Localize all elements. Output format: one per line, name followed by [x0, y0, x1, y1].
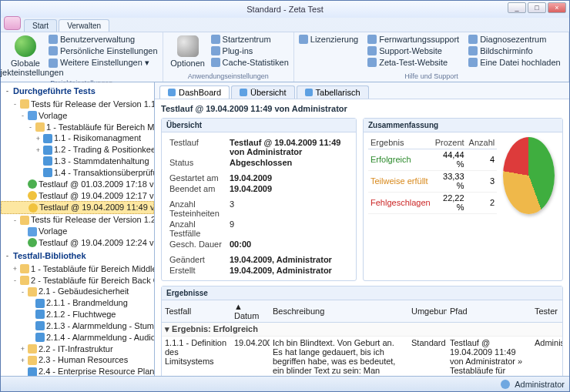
tree-node-label: Testlauf @ 19.04.2009 11:49 von Administ…	[39, 202, 154, 213]
minimize-button[interactable]: _	[508, 2, 526, 13]
tree-node[interactable]: Testlauf @ 19.04.2009 12:17 von Administ…	[1, 190, 154, 202]
expand-toggle-icon[interactable]: -	[4, 251, 11, 260]
results-card: Ergebnisse Testfall▲ DatumBeschreibungUm…	[161, 286, 563, 376]
tree-node-label: Testlauf @ 19.04.2009 12:24 von Administ…	[39, 237, 154, 249]
expand-toggle-icon[interactable]: -	[19, 111, 26, 120]
app-menu-orb[interactable]	[4, 16, 21, 30]
tree-group-header[interactable]: -Testfall-Bibliothek	[1, 249, 154, 263]
overview-label: Status	[166, 157, 226, 168]
tree-node[interactable]: 2.1.2 - Fluchtwege	[1, 309, 154, 320]
main-tab-tabellarisch[interactable]: Tabellarisch	[297, 85, 369, 99]
tree-node[interactable]: +1.1 - Risikomanagment	[1, 132, 154, 144]
screen-info-button[interactable]: Bildschirminfo	[467, 45, 562, 56]
run-g-icon	[28, 238, 37, 247]
expand-toggle-icon[interactable]: -	[12, 276, 18, 285]
remote-support-button[interactable]: Fernwartungssupport	[366, 34, 461, 45]
summary-count: 2	[467, 192, 498, 213]
tree-node[interactable]: +1.2 - Trading & Positionkeeping	[1, 144, 154, 156]
plugins-button[interactable]: Plug-ins	[210, 45, 290, 56]
tree-node-label: 2.1.3 - Alarmmeldung - Stumm	[46, 320, 154, 332]
options-button[interactable]: Optionen	[166, 34, 210, 72]
start-center-button[interactable]: Startzentrum	[210, 34, 290, 45]
diagnose-icon	[468, 35, 478, 44]
results-col-header[interactable]: Testfall	[162, 300, 231, 323]
web-icon	[367, 46, 377, 55]
tab-verwalten[interactable]: Verwalten	[59, 19, 109, 32]
tree-node[interactable]: -Tests für Release der Version 1.1	[1, 99, 154, 110]
upload-file-button[interactable]: Eine Datei hochladen	[467, 57, 562, 68]
expand-toggle-icon[interactable]: -	[12, 216, 18, 225]
tree-node[interactable]: Vorlage	[1, 226, 154, 237]
tree-node-label: 1.1 - Risikomanagment	[54, 132, 141, 144]
expand-toggle-icon[interactable]: -	[19, 287, 26, 297]
results-col-header[interactable]: Umgebung	[408, 300, 447, 323]
overview-card: Übersicht TestlaufTestlauf @ 19.04.2009 …	[161, 118, 357, 281]
support-website-button[interactable]: Support-Website	[366, 45, 461, 56]
fld-icon	[20, 216, 29, 225]
licensing-button[interactable]: Lizenzierung	[297, 34, 360, 45]
user-management-button[interactable]: Benutzerverwaltung	[47, 34, 159, 45]
tree-node[interactable]: -2 - Testabläufe für Bereich Back Office	[1, 275, 154, 286]
tree-node[interactable]: +1 - Testabläufe für Bereich Middle Offi…	[1, 263, 154, 275]
tmpl-icon	[28, 111, 37, 120]
key-icon	[299, 35, 308, 44]
status-user[interactable]: Administrator	[515, 380, 565, 389]
results-col-header[interactable]: Beschreibung	[270, 300, 408, 323]
expand-toggle-icon[interactable]: -	[12, 99, 18, 109]
overview-label: Testlauf	[166, 137, 226, 157]
personal-settings-button[interactable]: Persönliche Einstellungen	[47, 45, 159, 56]
summary-percent: 33,33 %	[433, 170, 467, 192]
expand-toggle-icon[interactable]: -	[4, 86, 11, 95]
tree-node[interactable]: Testlauf @ 19.04.2009 12:24 von Administ…	[1, 237, 154, 249]
tab-start[interactable]: Start	[24, 19, 57, 32]
tree-node[interactable]: +2.3 - Human Resources	[1, 354, 154, 366]
close-button[interactable]: ×	[548, 2, 566, 13]
maximize-button[interactable]: □	[528, 2, 546, 13]
results-group-header[interactable]: ▾ Ergebnis: Erfolgreich	[162, 323, 562, 337]
tree-node-label: 2.1.1 - Brandmeldung	[46, 297, 128, 309]
overview-value: 9	[226, 219, 351, 239]
expand-toggle-icon[interactable]: +	[35, 146, 42, 155]
tree-node[interactable]: 2.1.3 - Alarmmeldung - Stumm	[1, 320, 154, 332]
main-tab-dashboard[interactable]: DashBoard	[159, 85, 230, 99]
tree-node[interactable]: 1.4 - Transaktionsüberprüfung	[1, 167, 154, 179]
expand-toggle-icon[interactable]: +	[19, 356, 26, 365]
expand-toggle-icon[interactable]: +	[19, 344, 26, 353]
run-y-icon	[28, 203, 38, 213]
expand-toggle-icon[interactable]: -	[27, 122, 34, 132]
results-col-header[interactable]: Tester	[531, 300, 562, 323]
tree-node[interactable]: -2.1 - Gebäudesicherheit	[1, 286, 154, 297]
tree-node[interactable]: Testlauf @ 01.03.2009 17:18 von Administ…	[1, 179, 154, 190]
overview-value: 00:00	[226, 239, 351, 250]
table-row[interactable]: 1.1.1 - Definition des Limitsystems19.04…	[162, 337, 562, 377]
project-settings-button[interactable]: Globale Projekteinstellungen	[4, 34, 47, 79]
overview-value: 3	[226, 199, 351, 219]
fld-icon	[35, 122, 45, 132]
tree-node[interactable]: 2.4 - Enterprise Resource Planning - Fin…	[1, 366, 154, 376]
tree-node-label: 1 - Testabläufe für Bereich Middle Offic…	[31, 263, 154, 275]
tree-group-header[interactable]: -Durchgeführte Tests	[1, 84, 154, 99]
expand-toggle-icon[interactable]: +	[12, 264, 18, 273]
tree-node[interactable]: 1.3 - Stammdatenhaltung	[1, 156, 154, 167]
zeta-test-website-button[interactable]: Zeta-Test-Website	[366, 57, 461, 68]
tree-node[interactable]: 2.1.4 - Alarmmeldung - Audiovisuell	[1, 332, 154, 343]
tree-node[interactable]: -Tests für Release der Version 1.2	[1, 214, 154, 226]
results-col-header[interactable]: Pfad	[447, 300, 531, 323]
cache-stats-button[interactable]: Cache-Statistiken	[210, 57, 290, 68]
tree-node-label: 1.4 - Transaktionsüberprüfung	[54, 167, 154, 179]
tree-node[interactable]: 2.1.1 - Brandmeldung	[1, 297, 154, 309]
overview-icon	[240, 89, 247, 96]
tree-node[interactable]: -1 - Testabläufe für Bereich Middle Offi…	[1, 122, 154, 133]
tree-node[interactable]: +2.2 - IT-Infrastruktur	[1, 343, 154, 355]
more-settings-button[interactable]: Weitere Einstellungen ▾	[47, 57, 159, 69]
globe-icon	[15, 35, 36, 57]
case-icon	[43, 168, 52, 177]
diagnose-center-button[interactable]: Diagnosezentrum	[467, 34, 562, 45]
tree-node[interactable]: Testlauf @ 19.04.2009 11:49 von Administ…	[1, 201, 154, 214]
results-col-header[interactable]: ▲ Datum	[231, 300, 270, 323]
results-cell: Standard	[408, 337, 447, 377]
main-tab-ubersicht[interactable]: Übersicht	[231, 85, 294, 99]
expand-toggle-icon[interactable]: +	[35, 134, 42, 143]
tree-node[interactable]: -Vorlage	[1, 110, 154, 122]
summary-percent: 44,44 %	[433, 149, 467, 170]
